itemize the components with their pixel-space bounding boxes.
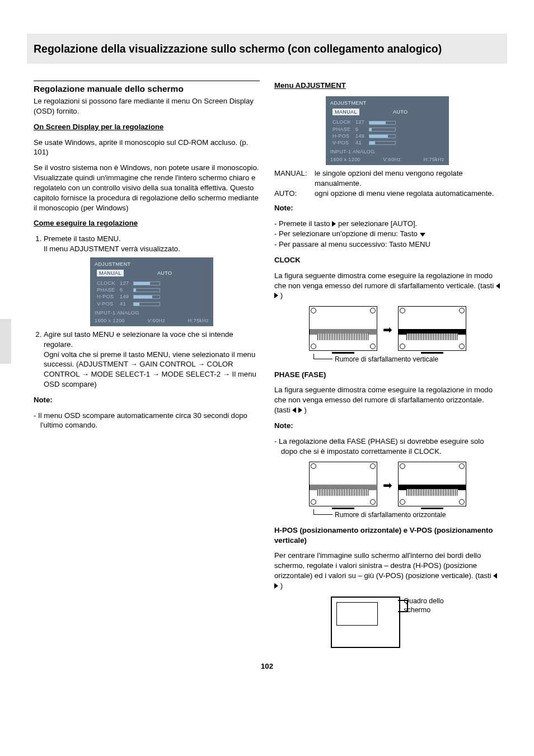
note-r1-2: Per selezionare un'opzione di menu: Tast… [274,229,500,239]
frame-cap-1: Quadro dello [404,597,444,605]
phase-text: La figura seguente dimostra come eseguir… [274,385,500,415]
osd-bar-fill [134,282,150,285]
phase-note-heading: Note: [274,421,500,431]
frame-figure: Quadro dello schermo [274,597,500,648]
osd-p2: Se il vostro sistema non è Windows, non … [34,163,260,213]
hpos-text: Per centrare l'immagine sullo schermo al… [274,551,500,590]
monitor-after [398,306,466,354]
phase-caption: Rumore di sfarfallamento orizzontale [274,510,500,519]
arrow-right-icon: ➡ [383,322,392,337]
right-triangle-icon [298,407,302,413]
monitor-before [309,306,377,354]
down-triangle-icon [420,233,425,237]
left-triangle-icon [496,283,500,289]
monitor-after [398,462,466,509]
notes-r1: Premete il tasto per selezionare [AUTO].… [274,219,500,250]
note-r1-1: Premete il tasto per selezionare [AUTO]. [274,219,500,229]
manual-val: le singole opzioni del menu vengono rego… [315,168,500,189]
clock-text: La figura seguente dimostra come eseguir… [274,271,500,300]
side-tab [0,319,11,364]
rule [34,81,260,81]
clock-caption: Rumore di sfarfallamento verticale [274,355,500,364]
page-number: 102 [34,661,500,672]
arrow-right-icon: ➡ [383,478,392,493]
heading-howto: Come eseguire la regolazione [34,218,260,228]
osd-figure-1: ADJUSTMENT MANUAL AUTO CLOCK127 PHASE6 H… [90,257,213,326]
right-triangle-icon [274,583,278,589]
heading-manual-adjust: Regolazione manuale dello schermo [34,83,260,95]
screen-frame [331,597,400,648]
osd-tab-manual: MANUAL [97,270,124,276]
osd-rows: CLOCK127 PHASE6 H-POS149 V-POS41 [95,280,162,307]
phase-note-1: La regolazione della FASE (PHASE) si dov… [274,436,500,457]
heading-clock: CLOCK [274,255,500,265]
manual-key: MANUAL: [274,168,315,189]
auto-val: ogni opzione di menu viene regolata auto… [315,189,500,199]
left-column: Regolazione manuale dello schermo Le reg… [34,81,260,647]
note-r1-3: Per passare al menu successivo: Tasto ME… [274,240,500,250]
note-heading-left: Note: [34,395,260,405]
heading-menu-adjustment: Menu ADJUSTMENT [274,81,500,91]
manual-auto-list: MANUAL: le singole opzioni del menu veng… [274,168,500,198]
monitor-before [309,462,377,509]
heading-osd: On Screen Display per la regolazione [34,122,260,132]
osd-title: ADJUSTMENT [90,261,213,270]
left-triangle-icon [493,573,497,579]
osd-tab-auto: AUTO [157,270,172,276]
heading-phase: PHASE (FASE) [274,370,500,380]
clock-figure: ➡ [274,306,500,354]
osd-figure-2: ADJUSTMENT MANUAL AUTO CLOCK127 PHASE6 H… [326,96,449,165]
step-1: Premete il tasto MENU. Il menu ADJUSTMEN… [44,234,260,326]
left-triangle-icon [292,407,296,413]
intro-text: Le regolazioni si possono fare mediante … [34,96,260,116]
heading-hpos: H-POS (posizionamento orizzontale) e V-P… [274,525,500,546]
steps-list: Premete il tasto MENU. Il menu ADJUSTMEN… [34,234,260,389]
auto-key: AUTO: [274,189,315,199]
phase-figure: ➡ [274,462,500,509]
osd-p1: Se usate Windows, aprite il monoscopio s… [34,138,260,158]
step-2: Agire sul tasto MENU e selezionare la vo… [44,330,260,389]
page-title: Regolazione della visualizzazione sullo … [34,41,500,56]
note-heading-r1: Note: [274,203,500,213]
right-triangle-icon [274,293,278,298]
callout-bracket-icon [398,600,408,612]
notes-left: Il menu OSD scompare automaticamente cir… [34,411,260,431]
note-left-1: Il menu OSD scompare automaticamente cir… [34,411,260,431]
phase-notes: La regolazione della FASE (PHASE) si dov… [274,436,500,457]
right-column: Menu ADJUSTMENT ADJUSTMENT MANUAL AUTO C… [274,81,500,647]
title-band: Regolazione della visualizzazione sullo … [27,34,507,64]
